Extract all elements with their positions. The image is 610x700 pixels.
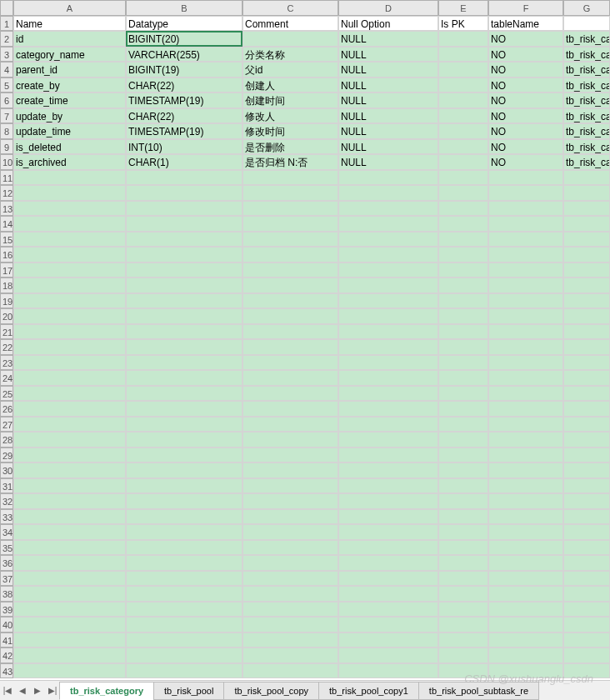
empty-cell[interactable] — [338, 247, 438, 262]
empty-cell[interactable] — [242, 293, 338, 309]
data-cell[interactable]: NULL — [338, 62, 438, 78]
data-cell[interactable]: NO — [488, 47, 563, 62]
empty-cell[interactable] — [488, 663, 563, 679]
empty-cell[interactable] — [488, 586, 563, 602]
data-cell[interactable]: NO — [488, 123, 563, 139]
data-cell[interactable]: 是否删除 — [242, 139, 338, 155]
data-cell[interactable]: 修改时间 — [242, 123, 338, 139]
empty-cell[interactable] — [438, 540, 488, 556]
row-header[interactable]: 15 — [0, 232, 13, 248]
empty-cell[interactable] — [563, 401, 610, 417]
empty-cell[interactable] — [338, 185, 438, 201]
empty-cell[interactable] — [13, 663, 126, 679]
nav-first-icon[interactable]: |◀ — [0, 681, 15, 701]
empty-cell[interactable] — [13, 632, 126, 648]
empty-cell[interactable] — [438, 293, 488, 309]
empty-cell[interactable] — [126, 370, 242, 386]
empty-cell[interactable] — [488, 401, 563, 417]
empty-cell[interactable] — [438, 262, 488, 278]
data-cell[interactable]: NULL — [338, 123, 438, 139]
empty-cell[interactable] — [126, 386, 242, 402]
empty-cell[interactable] — [126, 216, 242, 232]
header-cell[interactable]: Null Option — [338, 16, 438, 32]
empty-cell[interactable] — [13, 185, 126, 201]
empty-cell[interactable] — [488, 370, 563, 386]
empty-cell[interactable] — [438, 401, 488, 417]
empty-cell[interactable] — [563, 293, 610, 309]
data-cell[interactable]: parent_id — [13, 62, 126, 78]
row-header[interactable]: 24 — [0, 370, 13, 386]
row-header[interactable]: 1 — [0, 16, 13, 32]
empty-cell[interactable] — [438, 648, 488, 663]
empty-cell[interactable] — [563, 355, 610, 371]
empty-cell[interactable] — [563, 478, 610, 494]
empty-cell[interactable] — [126, 417, 242, 432]
empty-cell[interactable] — [13, 493, 126, 509]
data-cell[interactable] — [438, 62, 488, 78]
empty-cell[interactable] — [338, 509, 438, 525]
empty-cell[interactable] — [242, 355, 338, 371]
data-cell[interactable]: category_name — [13, 47, 126, 62]
empty-cell[interactable] — [13, 262, 126, 278]
row-header[interactable]: 30 — [0, 462, 13, 478]
empty-cell[interactable] — [438, 370, 488, 386]
empty-cell[interactable] — [488, 648, 563, 663]
empty-cell[interactable] — [563, 232, 610, 248]
empty-cell[interactable] — [338, 462, 438, 478]
empty-cell[interactable] — [488, 247, 563, 262]
spreadsheet-grid[interactable]: ABCDEFG1NameDatatypeCommentNull OptionIs… — [0, 0, 610, 678]
row-header[interactable]: 27 — [0, 417, 13, 432]
empty-cell[interactable] — [126, 232, 242, 248]
empty-cell[interactable] — [438, 417, 488, 432]
data-cell[interactable]: tb_risk_category — [563, 62, 610, 78]
nav-next-icon[interactable]: ▶ — [30, 681, 45, 701]
row-header[interactable]: 2 — [0, 31, 13, 47]
empty-cell[interactable] — [13, 571, 126, 587]
data-cell[interactable] — [438, 108, 488, 124]
data-cell[interactable]: tb_risk_category — [563, 78, 610, 93]
empty-cell[interactable] — [242, 462, 338, 478]
sheet-tab[interactable]: tb_risk_pool_copy1 — [318, 682, 419, 700]
empty-cell[interactable] — [126, 571, 242, 587]
data-cell[interactable]: tb_risk_category — [563, 47, 610, 62]
data-cell[interactable]: NULL — [338, 139, 438, 155]
row-header[interactable]: 6 — [0, 92, 13, 108]
data-cell[interactable]: tb_risk_category — [563, 154, 610, 170]
data-cell[interactable] — [438, 154, 488, 170]
empty-cell[interactable] — [126, 632, 242, 648]
empty-cell[interactable] — [126, 308, 242, 324]
data-cell[interactable]: tb_risk_category — [563, 108, 610, 124]
empty-cell[interactable] — [338, 448, 438, 463]
column-header[interactable]: D — [338, 0, 438, 16]
nav-prev-icon[interactable]: ◀ — [15, 681, 30, 701]
empty-cell[interactable] — [126, 540, 242, 556]
header-cell[interactable]: tableName — [488, 16, 563, 32]
empty-cell[interactable] — [126, 493, 242, 509]
nav-last-icon[interactable]: ▶| — [45, 681, 60, 701]
row-header[interactable]: 42 — [0, 648, 13, 663]
empty-cell[interactable] — [242, 401, 338, 417]
empty-cell[interactable] — [242, 324, 338, 340]
empty-cell[interactable] — [338, 417, 438, 432]
data-cell[interactable]: CHAR(22) — [126, 78, 242, 93]
empty-cell[interactable] — [438, 555, 488, 571]
row-header[interactable]: 33 — [0, 509, 13, 525]
empty-cell[interactable] — [338, 586, 438, 602]
empty-cell[interactable] — [438, 185, 488, 201]
empty-cell[interactable] — [126, 586, 242, 602]
empty-cell[interactable] — [488, 339, 563, 355]
empty-cell[interactable] — [242, 339, 338, 355]
data-cell[interactable]: NULL — [338, 78, 438, 93]
data-cell[interactable]: NO — [488, 139, 563, 155]
empty-cell[interactable] — [13, 448, 126, 463]
row-header[interactable]: 32 — [0, 493, 13, 509]
empty-cell[interactable] — [438, 478, 488, 494]
row-header[interactable]: 11 — [0, 170, 13, 186]
empty-cell[interactable] — [488, 293, 563, 309]
empty-cell[interactable] — [13, 278, 126, 293]
empty-cell[interactable] — [563, 201, 610, 217]
empty-cell[interactable] — [563, 617, 610, 632]
row-header[interactable]: 34 — [0, 524, 13, 540]
empty-cell[interactable] — [438, 448, 488, 463]
column-header[interactable]: G — [563, 0, 610, 16]
